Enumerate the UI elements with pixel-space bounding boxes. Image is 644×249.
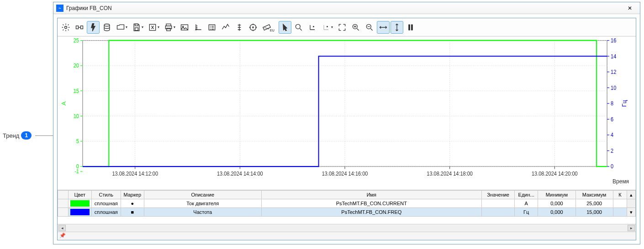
cell-desc[interactable]: Ток двигателя: [144, 199, 261, 208]
svg-text:15: 15: [74, 88, 79, 93]
cell-unit[interactable]: Гц: [515, 208, 538, 217]
svg-text:2: 2: [611, 148, 613, 153]
cell-val[interactable]: [482, 208, 515, 217]
svg-text:10: 10: [74, 113, 79, 119]
row-handle[interactable]: [58, 208, 69, 217]
th-k[interactable]: К: [613, 191, 627, 199]
ruler-icon[interactable]: EU: [260, 21, 278, 34]
svg-point-14: [253, 26, 254, 28]
svg-point-0: [65, 26, 67, 28]
hscrollbar[interactable]: ◂ ▸: [58, 224, 636, 232]
excel-icon[interactable]: ▾: [146, 21, 161, 34]
chart-area[interactable]: 13.08.2024 14:12:0013.08.2024 14:14:0013…: [58, 36, 636, 190]
hscroll-right[interactable]: ▸: [628, 225, 635, 231]
open-icon[interactable]: ▾: [114, 21, 129, 34]
th-name[interactable]: Имя: [261, 191, 482, 199]
fit-all-icon[interactable]: [336, 21, 348, 34]
cell-name[interactable]: PsTechMT.FB_CON.FREQ: [261, 208, 482, 217]
live-data-icon[interactable]: [87, 21, 100, 34]
svg-rect-21: [409, 25, 410, 30]
zoom-axis-icon[interactable]: [306, 21, 319, 34]
trend-window: ~ Графики FB_CON ✕ ▾ ▾ ▾ ▾ EU ▾ 13.08.2: [53, 2, 640, 244]
svg-text:0: 0: [76, 164, 79, 169]
zoom-out-icon[interactable]: [363, 21, 376, 34]
svg-text:12: 12: [611, 69, 616, 75]
svg-rect-4: [135, 24, 138, 26]
pin-icon[interactable]: 📌: [59, 233, 66, 238]
th-desc[interactable]: Описание: [144, 191, 261, 199]
th-min[interactable]: Минимум: [538, 191, 575, 199]
pause-icon[interactable]: [404, 21, 417, 34]
callout-line: [35, 135, 53, 136]
cell-k[interactable]: [613, 199, 627, 208]
scale-icon[interactable]: [233, 21, 246, 34]
settings-icon[interactable]: [59, 21, 72, 34]
vscroll-down[interactable]: ▾: [627, 208, 636, 217]
th-style[interactable]: Стиль: [91, 191, 121, 199]
zoom-in-icon[interactable]: [349, 21, 362, 34]
svg-text:25: 25: [74, 38, 79, 43]
cell-style[interactable]: сплошная: [91, 208, 121, 217]
svg-rect-15: [263, 24, 270, 30]
th-color[interactable]: Цвет: [68, 191, 91, 199]
target-icon[interactable]: [247, 21, 259, 34]
svg-text:14: 14: [611, 53, 617, 59]
cell-max[interactable]: 15,000: [575, 208, 613, 217]
svg-text:10: 10: [611, 85, 616, 90]
th-unit[interactable]: Един...: [515, 191, 538, 199]
trend-mode-icon[interactable]: [219, 21, 232, 34]
table-row[interactable]: сплошная ■ Частота PsTechMT.FB_CON.FREQ …: [58, 208, 636, 217]
cell-name[interactable]: PsTechMT.FB_CON.CURRENT: [261, 199, 482, 208]
svg-text:Гц: Гц: [621, 100, 627, 107]
hscroll-left[interactable]: ◂: [58, 225, 66, 231]
toolbar: ▾ ▾ ▾ ▾ EU ▾: [58, 18, 636, 36]
fit-horizontal-icon[interactable]: [377, 21, 390, 34]
svg-text:20: 20: [74, 63, 79, 68]
save-icon[interactable]: ▾: [130, 21, 145, 34]
zoom-window-icon[interactable]: [292, 21, 305, 34]
svg-point-13: [250, 24, 256, 30]
cell-marker[interactable]: ●: [121, 199, 144, 208]
cell-val[interactable]: [482, 199, 515, 208]
row-handle[interactable]: [58, 199, 69, 208]
close-button[interactable]: ✕: [623, 4, 637, 13]
cell-style[interactable]: сплошная: [91, 199, 121, 208]
table-header-blank: [58, 191, 69, 199]
svg-rect-5: [135, 27, 138, 30]
callout-badge: 1: [21, 131, 32, 140]
cell-marker[interactable]: ■: [121, 208, 144, 217]
vscroll-up[interactable]: ▴: [627, 191, 636, 199]
cursor-tool-icon[interactable]: [279, 21, 291, 34]
cell-color[interactable]: [68, 199, 91, 208]
th-marker[interactable]: Маркер: [121, 191, 144, 199]
legend-table: Цвет Стиль Маркер Описание Имя Значение …: [58, 190, 636, 232]
cell-max[interactable]: 25,000: [575, 199, 613, 208]
cell-unit[interactable]: А: [515, 199, 538, 208]
vscroll-track[interactable]: [627, 199, 636, 208]
cell-min[interactable]: 0,000: [538, 199, 575, 208]
cell-min[interactable]: 0,000: [538, 208, 575, 217]
svg-text:0: 0: [611, 164, 613, 169]
database-icon[interactable]: [100, 21, 113, 34]
svg-point-3: [104, 24, 110, 26]
svg-text:16: 16: [611, 38, 616, 43]
app-icon: ~: [56, 5, 63, 12]
svg-text:6: 6: [611, 116, 613, 122]
svg-text:13.08.2024 14:20:00: 13.08.2024 14:20:00: [532, 171, 578, 176]
image-icon[interactable]: [178, 21, 191, 34]
fit-vertical-icon[interactable]: [391, 21, 403, 34]
cell-desc[interactable]: Частота: [144, 208, 261, 217]
cell-color[interactable]: [68, 208, 91, 217]
legend-icon[interactable]: [206, 21, 218, 34]
axes-icon[interactable]: [192, 21, 205, 34]
print-icon[interactable]: ▾: [162, 21, 177, 34]
table-row[interactable]: сплошная ● Ток двигателя PsTechMT.FB_CON…: [58, 199, 636, 208]
svg-rect-9: [167, 28, 170, 31]
connect-icon[interactable]: [73, 21, 86, 34]
svg-text:А: А: [61, 101, 67, 105]
th-val[interactable]: Значение: [482, 191, 515, 199]
cell-k[interactable]: [613, 208, 627, 217]
th-max[interactable]: Максимум: [575, 191, 613, 199]
svg-rect-22: [411, 25, 412, 30]
zoom-region-icon[interactable]: ▾: [320, 21, 335, 34]
